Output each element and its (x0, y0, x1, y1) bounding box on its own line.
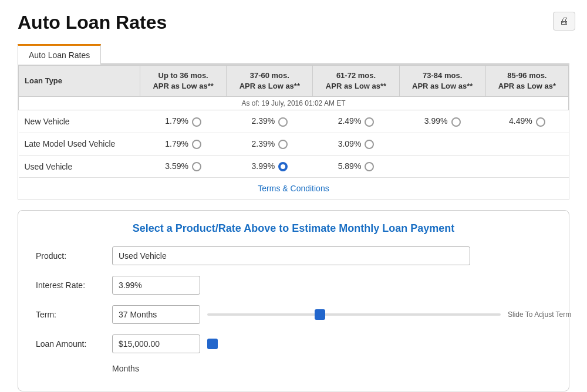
rate-value: 1.79% (165, 139, 188, 148)
product-label: Product: (36, 251, 112, 261)
rate-radio-1-2[interactable] (365, 140, 374, 149)
rate-radio-0-0[interactable] (192, 117, 201, 127)
col-37-60: 37-60 mos. APR as Low as** (227, 66, 313, 97)
tab-auto-loan-rates[interactable]: Auto Loan Rates (18, 44, 101, 65)
rate-cell (485, 155, 568, 177)
page-title: Auto Loan Rates (18, 12, 569, 33)
rate-radio-0-3[interactable] (451, 117, 461, 127)
product-row: Product: (36, 246, 551, 265)
months-label: Months (112, 364, 139, 373)
loan-slider-thumb (207, 339, 218, 349)
rate-cell: 4.49% (485, 110, 568, 133)
rate-radio-0-2[interactable] (365, 117, 374, 127)
term-label: Term: (36, 310, 112, 319)
rate-value: 1.79% (165, 116, 188, 126)
rate-value: 5.89% (338, 161, 362, 171)
rate-cell: 2.39% (227, 133, 313, 155)
col-85-96: 85-96 mos. APR as Low as* (485, 66, 568, 97)
term-input[interactable] (112, 305, 200, 324)
rate-cell: 2.49% (313, 110, 399, 133)
rate-cell: 5.89% (313, 155, 399, 177)
page-container: Auto Loan Rates 🖨 Auto Loan Rates Loan T… (0, 0, 587, 392)
rate-value: 3.09% (338, 139, 362, 148)
term-slider[interactable] (207, 313, 501, 316)
asof-row: As of: 19 July, 2016 01:02 AM ET (19, 97, 569, 110)
rate-cell: 3.99% (227, 155, 313, 177)
loan-type-cell: Late Model Used Vehicle (19, 133, 140, 155)
col-61-72: 61-72 mos. APR as Low as** (313, 66, 399, 97)
term-row: Term: Slide To Adjust Term (36, 305, 551, 324)
loan-amount-row: Loan Amount: (36, 334, 551, 353)
interest-rate-label: Interest Rate: (36, 281, 112, 290)
calculator-section: Select a Product/Rate Above to Estimate … (18, 210, 569, 391)
rate-value: 2.39% (251, 116, 275, 126)
table-header-row: Loan Type Up to 36 mos. APR as Low as** … (19, 66, 569, 97)
table-row: Used Vehicle3.59%3.99%5.89% (19, 155, 569, 177)
rate-value: 3.99% (424, 116, 448, 126)
term-controls: Slide To Adjust Term (112, 305, 571, 324)
months-label-wrapper: Months (36, 364, 551, 373)
rate-radio-0-1[interactable] (278, 117, 288, 127)
rate-radio-2-1[interactable] (278, 162, 288, 171)
rate-cell: 3.99% (399, 110, 485, 133)
interest-rate-row: Interest Rate: (36, 276, 551, 295)
rate-value: 2.49% (338, 116, 362, 126)
rate-cell: 2.39% (227, 110, 313, 133)
col-73-84: 73-84 mos. APR as Low as** (399, 66, 485, 97)
rate-radio-1-1[interactable] (278, 140, 288, 149)
tab-bar: Auto Loan Rates (18, 43, 569, 65)
table-row: Late Model Used Vehicle1.79%2.39%3.09% (19, 133, 569, 155)
loan-amount-input[interactable] (112, 334, 200, 353)
rate-cell: 3.09% (313, 133, 399, 155)
rate-radio-0-4[interactable] (536, 117, 545, 127)
rate-value: 3.99% (251, 161, 275, 171)
calc-title: Select a Product/Rate Above to Estimate … (36, 222, 551, 235)
rate-cell: 1.79% (140, 133, 227, 155)
rates-table-wrapper: Loan Type Up to 36 mos. APR as Low as** … (18, 65, 569, 200)
print-button[interactable]: 🖨 (553, 12, 575, 31)
rates-tbody: New Vehicle1.79%2.39%2.49%3.99%4.49%Late… (19, 110, 569, 178)
rates-table: Loan Type Up to 36 mos. APR as Low as** … (18, 65, 569, 178)
terms-link[interactable]: Terms & Conditions (18, 178, 569, 199)
rate-value: 4.49% (509, 116, 532, 126)
rate-value: 3.59% (165, 161, 188, 171)
interest-rate-input[interactable] (112, 276, 200, 295)
rate-cell (485, 133, 568, 155)
rate-value: 2.39% (251, 139, 275, 148)
rate-radio-2-2[interactable] (365, 162, 374, 171)
asof-text: As of: 19 July, 2016 01:02 AM ET (19, 97, 569, 110)
slide-label: Slide To Adjust Term (508, 310, 571, 319)
term-slider-wrapper: Slide To Adjust Term (207, 310, 571, 319)
rate-cell (399, 133, 485, 155)
rate-cell (399, 155, 485, 177)
rate-radio-2-0[interactable] (192, 162, 201, 171)
terms-conditions-link[interactable]: Terms & Conditions (258, 184, 329, 193)
rate-cell: 3.59% (140, 155, 227, 177)
col-upto36: Up to 36 mos. APR as Low as** (140, 66, 227, 97)
table-row: New Vehicle1.79%2.39%2.49%3.99%4.49% (19, 110, 569, 133)
loan-amount-label: Loan Amount: (36, 339, 112, 349)
rate-radio-1-0[interactable] (192, 140, 201, 149)
rate-cell: 1.79% (140, 110, 227, 133)
col-loan-type: Loan Type (19, 66, 140, 97)
loan-type-cell: Used Vehicle (19, 155, 140, 177)
loan-type-cell: New Vehicle (19, 110, 140, 133)
product-input[interactable] (112, 246, 470, 265)
